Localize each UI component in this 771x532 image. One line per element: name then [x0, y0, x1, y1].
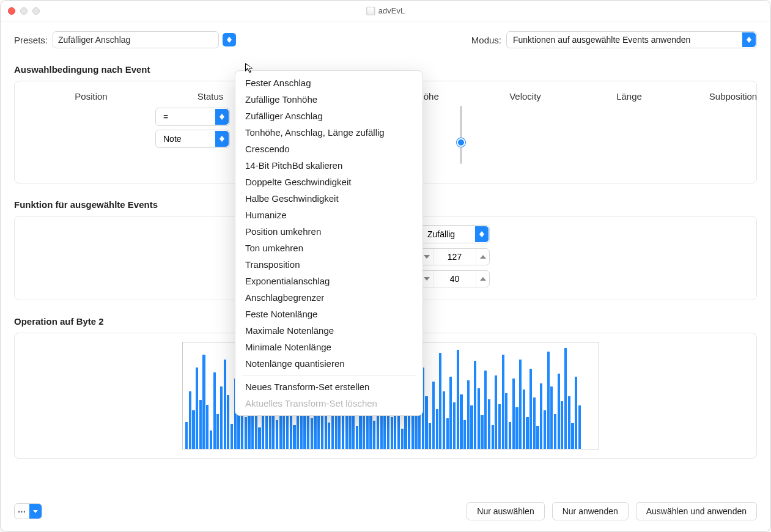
- status-op-value: =: [163, 112, 168, 122]
- graph-bar: [523, 390, 525, 449]
- graph-bar: [206, 405, 208, 449]
- graph-bar: [202, 355, 205, 449]
- preset-dropdown-menu: Fester AnschlagZufällige TonhöheZufällig…: [235, 70, 423, 416]
- graph-bar: [544, 410, 546, 449]
- menu-item[interactable]: Position umkehren: [235, 223, 422, 240]
- graph-bar: [495, 375, 497, 449]
- graph-bar: [478, 388, 480, 449]
- graph-bar: [356, 426, 358, 449]
- menu-item[interactable]: Zufälliger Anschlag: [235, 108, 422, 124]
- velocity-mode-select[interactable]: Zufällig: [419, 225, 490, 243]
- graph-bar: [213, 372, 216, 449]
- graph-bar: [439, 353, 441, 449]
- value2: 40: [450, 274, 460, 284]
- status-op-select[interactable]: =: [155, 108, 230, 126]
- graph-bar: [558, 374, 560, 449]
- velocity-slider[interactable]: [455, 106, 467, 164]
- mode-popup[interactable]: Funktionen auf ausgewählte Events anwend…: [506, 31, 757, 48]
- graph-bar: [373, 421, 375, 449]
- window-title-text: advEvL: [378, 6, 405, 15]
- graph-bar: [474, 361, 476, 449]
- maximize-icon[interactable]: [32, 7, 40, 15]
- traffic-lights: [8, 7, 40, 15]
- graph-bar: [550, 386, 553, 449]
- svg-marker-5: [219, 117, 224, 120]
- slider-handle[interactable]: [457, 138, 465, 147]
- graph-bar: [380, 410, 383, 449]
- graph-bar: [245, 417, 247, 449]
- graph-bar: [498, 404, 501, 449]
- chevron-updown-icon: [219, 114, 224, 120]
- graph-bar: [457, 350, 459, 449]
- svg-marker-14: [33, 510, 38, 513]
- preset-field[interactable]: Zufälliger Anschlag: [53, 31, 219, 48]
- menu-item[interactable]: Fester Anschlag: [235, 75, 422, 91]
- graph-bar: [536, 426, 539, 449]
- graph-bar: [488, 399, 490, 449]
- menu-item[interactable]: Tonhöhe, Anschlag, Länge zufällig: [235, 124, 422, 141]
- graph-bar: [425, 396, 427, 449]
- minimize-icon[interactable]: [20, 7, 28, 15]
- graph-bar: [509, 422, 511, 449]
- graph-bar: [460, 394, 462, 449]
- close-icon[interactable]: [8, 7, 15, 15]
- graph-bar: [449, 377, 452, 449]
- graph-bar: [481, 415, 483, 449]
- menu-item[interactable]: Humanize: [235, 207, 422, 223]
- col-length: Länge: [577, 91, 681, 102]
- velocity-mode-value: Zufällig: [427, 229, 455, 239]
- menu-item-delete-set: Aktuelles Transform-Set löschen: [235, 395, 422, 412]
- presets-label: Presets:: [14, 35, 48, 45]
- graph-bar: [224, 360, 226, 449]
- menu-item[interactable]: Transposition: [235, 256, 422, 273]
- graph-bar: [401, 429, 404, 449]
- menu-item[interactable]: Maximale Notenlänge: [235, 322, 422, 339]
- value2-stepper[interactable]: 40: [419, 270, 490, 287]
- menu-item[interactable]: 14-Bit PitchBd skalieren: [235, 157, 422, 174]
- more-options-button[interactable]: ⋯: [14, 503, 42, 519]
- status-val-select[interactable]: Note: [155, 130, 230, 148]
- graph-bar: [418, 414, 421, 449]
- chevron-down-icon: [33, 510, 38, 513]
- graph-bar: [258, 427, 260, 449]
- menu-item-new-set[interactable]: Neues Transform-Set erstellen: [235, 379, 422, 395]
- graph-bar: [192, 410, 194, 449]
- graph-bar: [429, 423, 431, 449]
- graph-bar: [467, 380, 470, 449]
- menu-item[interactable]: Anschlagbegrenzer: [235, 289, 422, 306]
- mode-label: Modus:: [471, 35, 501, 45]
- col-subpos: Subposition: [681, 91, 771, 102]
- svg-marker-11: [480, 255, 486, 259]
- menu-item[interactable]: Crescendo: [235, 141, 422, 157]
- graph-bar: [436, 409, 438, 449]
- menu-item[interactable]: Zufällige Tonhöhe: [235, 91, 422, 108]
- graph-bar: [227, 395, 229, 449]
- menu-item[interactable]: Halbe Geschwindigkeit: [235, 190, 422, 207]
- graph-bar: [189, 391, 191, 449]
- graph-bar: [519, 360, 522, 449]
- graph-bar: [231, 424, 233, 449]
- menu-item[interactable]: Notenlänge quantisieren: [235, 355, 422, 372]
- menu-item[interactable]: Doppelte Geschwindigkeit: [235, 174, 422, 190]
- chevron-up-icon[interactable]: [476, 249, 489, 265]
- top-row: Presets: Zufälliger Anschlag Modus: Funk…: [14, 31, 757, 48]
- value1-stepper[interactable]: 127: [419, 248, 490, 265]
- graph-bar: [453, 402, 456, 449]
- graph-bar: [492, 425, 494, 449]
- apply-only-button[interactable]: Nur anwenden: [552, 502, 629, 520]
- preset-menu-button[interactable]: [223, 33, 236, 46]
- select-and-apply-button[interactable]: Auswählen und anwenden: [636, 502, 757, 520]
- graph-bar: [432, 382, 435, 449]
- select-only-button[interactable]: Nur auswählen: [467, 502, 544, 520]
- menu-item[interactable]: Ton umkehren: [235, 240, 422, 256]
- col-position: Position: [27, 91, 155, 102]
- ellipsis-icon: ⋯: [15, 507, 29, 516]
- window-title: advEvL: [366, 6, 405, 15]
- menu-item[interactable]: Exponentialanschlag: [235, 273, 422, 289]
- titlebar: advEvL: [1, 1, 770, 21]
- graph-bar: [575, 377, 577, 449]
- mode-value: Funktionen auf ausgewählte Events anwend…: [513, 35, 690, 45]
- menu-item[interactable]: Minimale Notenlänge: [235, 339, 422, 355]
- chevron-up-icon[interactable]: [476, 271, 489, 287]
- menu-item[interactable]: Feste Notenlänge: [235, 306, 422, 322]
